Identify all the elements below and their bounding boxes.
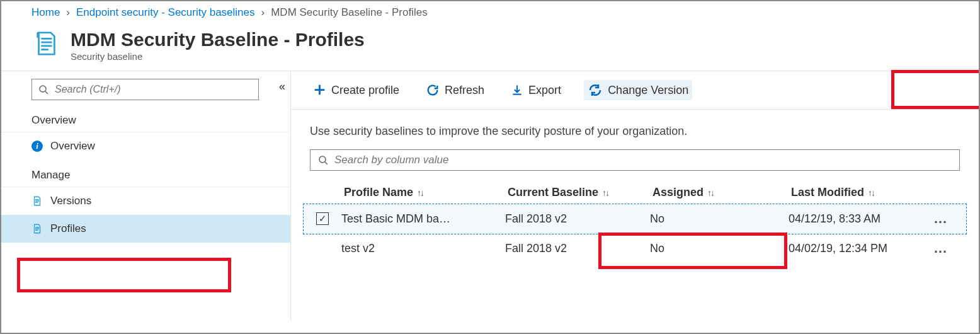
cell-current-baseline: Fall 2018 v2 — [505, 212, 650, 226]
row-more-button[interactable]: … — [933, 240, 959, 256]
document-icon — [31, 195, 43, 207]
profiles-table: Profile Name ↑↓ Current Baseline ↑↓ Assi… — [304, 181, 966, 263]
content: Create profile Refresh Export — [291, 71, 979, 320]
chevron-right-icon: › — [66, 6, 70, 19]
cell-current-baseline: Fall 2018 v2 — [505, 242, 650, 255]
svg-line-3 — [325, 162, 328, 164]
sort-icon: ↑↓ — [707, 188, 714, 198]
search-icon — [318, 155, 328, 165]
table-row[interactable]: ✓ Test Basic MDM ba… Fall 2018 v2 No 04/… — [304, 204, 966, 234]
sidebar-search[interactable] — [31, 79, 259, 100]
col-profile-name[interactable]: Profile Name ↑↓ — [341, 181, 505, 204]
sidebar-item-overview[interactable]: i Overview — [1, 132, 290, 160]
page-subtitle: Security baseline — [71, 51, 365, 62]
breadcrumb-current: MDM Security Baseline - Profiles — [271, 6, 427, 19]
search-icon — [38, 84, 48, 95]
cell-profile-name: test v2 — [341, 242, 505, 255]
cycle-icon — [588, 83, 603, 98]
collapse-sidebar-icon[interactable]: « — [279, 80, 285, 93]
table-header: Profile Name ↑↓ Current Baseline ↑↓ Assi… — [304, 181, 966, 204]
cell-assigned: No — [650, 242, 789, 255]
sidebar-section-manage: Manage — [1, 166, 290, 187]
sidebar-section-overview: Overview — [1, 112, 290, 132]
col-current-baseline[interactable]: Current Baseline ↑↓ — [505, 181, 650, 204]
svg-point-2 — [319, 156, 326, 163]
col-assigned[interactable]: Assigned ↑↓ — [650, 181, 789, 204]
sidebar-item-versions[interactable]: Versions — [1, 187, 290, 215]
cell-last-modified: 04/02/19, 12:34 PM — [789, 242, 933, 255]
table-row[interactable]: test v2 Fall 2018 v2 No 04/02/19, 12:34 … — [304, 234, 966, 263]
refresh-button[interactable]: Refresh — [422, 81, 488, 100]
sidebar-item-label: Profiles — [50, 222, 86, 235]
description-text: Use security baselines to improve the se… — [291, 110, 979, 149]
export-button[interactable]: Export — [507, 81, 565, 100]
sidebar-item-label: Versions — [50, 195, 91, 207]
info-icon: i — [31, 141, 43, 152]
svg-point-0 — [40, 86, 46, 92]
row-more-button[interactable]: … — [933, 210, 959, 227]
highlight-profiles — [17, 258, 231, 292]
document-icon — [31, 223, 43, 234]
download-icon — [511, 84, 523, 96]
page-header: MDM Security Baseline - Profiles Securit… — [1, 24, 979, 71]
plus-icon — [312, 83, 326, 97]
page-title: MDM Security Baseline - Profiles — [71, 29, 365, 50]
sidebar-item-profiles[interactable]: Profiles — [1, 215, 290, 243]
sort-icon: ↑↓ — [602, 188, 608, 198]
column-search-input[interactable] — [334, 154, 952, 166]
col-last-modified[interactable]: Last Modified ↑↓ — [789, 181, 933, 204]
sidebar-search-input[interactable] — [55, 84, 252, 95]
create-profile-button[interactable]: Create profile — [309, 81, 403, 100]
sidebar: « Overview i Overview Manage — [1, 71, 291, 320]
column-search[interactable] — [310, 149, 960, 171]
sort-icon: ↑↓ — [417, 188, 423, 198]
toolbar: Create profile Refresh Export — [291, 71, 979, 110]
chevron-right-icon: › — [261, 6, 265, 19]
cell-last-modified: 04/12/19, 8:33 AM — [789, 212, 933, 226]
baseline-document-icon — [31, 29, 60, 58]
breadcrumb: Home › Endpoint security - Security base… — [1, 1, 979, 24]
row-checkbox[interactable]: ✓ — [316, 212, 329, 225]
breadcrumb-home[interactable]: Home — [31, 6, 60, 19]
change-version-button[interactable]: Change Version — [584, 80, 692, 100]
cell-profile-name: Test Basic MDM ba… — [341, 212, 505, 226]
breadcrumb-endpoint-security[interactable]: Endpoint security - Security baselines — [76, 6, 254, 19]
svg-line-1 — [45, 91, 48, 94]
cell-assigned: No — [650, 212, 789, 226]
sidebar-item-label: Overview — [50, 140, 95, 153]
refresh-icon — [426, 83, 440, 97]
sort-icon: ↑↓ — [868, 188, 874, 198]
